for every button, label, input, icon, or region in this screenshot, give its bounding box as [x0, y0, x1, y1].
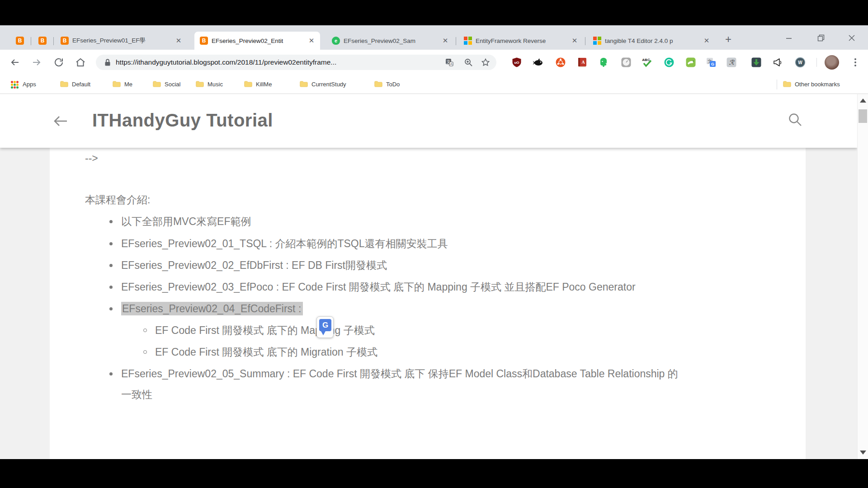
bookmark-folder-me[interactable]: Me [124, 75, 132, 94]
svg-text:G: G [711, 62, 714, 66]
line-text: EF Code First 開發模式 底下的 Migration 子模式 [155, 346, 377, 358]
google-translate-icon[interactable]: 文G [706, 57, 717, 68]
tab-separator [585, 37, 585, 45]
line-text: 以下全部用MVC來寫EF範例 [121, 216, 251, 227]
scrollbar-up-arrow[interactable] [860, 99, 866, 103]
post-line: 本課程會介紹: [85, 192, 150, 207]
tab-close-icon[interactable]: ✕ [307, 37, 316, 45]
reload-button[interactable] [52, 56, 65, 69]
w-circle-icon[interactable]: W [795, 57, 806, 68]
bookmark-folder-music[interactable]: Music [208, 75, 223, 94]
other-bookmarks[interactable]: Other bookmarks [795, 75, 840, 94]
post-bullet: EFseries_Preview02_02_EfDbFirst : EF DB … [121, 258, 387, 272]
sub-bullet-circle [143, 328, 147, 332]
bookmark-folder-social[interactable]: Social [165, 75, 180, 94]
scrollbar-down-arrow[interactable] [860, 450, 866, 455]
lock-icon[interactable] [103, 58, 112, 67]
new-tab-button[interactable]: + [725, 33, 731, 45]
url-text[interactable]: https://ithandyguytutorial.blogspot.com/… [116, 55, 336, 70]
tab-efseries-preview01[interactable]: B EFseries_Preview01_EF學 ✕ [55, 32, 187, 50]
svg-text:ℛ: ℛ [729, 59, 734, 66]
spellcheck-icon[interactable]: ABC [642, 57, 653, 68]
folder-icon [153, 80, 161, 88]
translate-tail [321, 331, 326, 335]
search-icon[interactable] [788, 112, 803, 127]
folder-icon [783, 80, 791, 88]
back-button[interactable] [9, 56, 21, 69]
line-text: EF Code First 開發模式 底下的 Mapping 子模式 [155, 324, 375, 336]
evernote-icon[interactable] [598, 57, 609, 68]
line-text: EFseries_Preview02_01_TSQL : 介紹本範例的TSQL還… [121, 238, 448, 249]
tab-strip: B B B EFseries_Preview01_EF學 ✕ B EFserie… [0, 25, 868, 50]
line-text: 本課程會介紹: [85, 194, 150, 206]
orange-circle-icon[interactable] [555, 57, 566, 68]
bookmark-star-icon[interactable] [481, 58, 490, 67]
tab-efseries-preview02-active[interactable]: B EFseries_Preview02_Entit ✕ [194, 32, 320, 50]
clock-icon[interactable] [621, 57, 632, 68]
bookmark-folder-todo[interactable]: ToDo [386, 75, 400, 94]
translate-page-icon[interactable]: 文A [445, 58, 454, 67]
post-sub-bullet: EF Code First 開發模式 底下的 Mapping 子模式 [155, 323, 375, 338]
page-title: ITHandyGuy Tutorial [92, 110, 273, 131]
tab-close-icon[interactable]: ✕ [703, 37, 711, 45]
tab-title: EFseries_Preview02_Sam [344, 38, 438, 44]
browser-window: B B B EFseries_Preview01_EF學 ✕ B EFserie… [0, 25, 868, 459]
folder-icon [300, 80, 308, 88]
forward-button[interactable] [30, 56, 43, 69]
tab-close-icon[interactable]: ✕ [441, 37, 449, 45]
back-arrow-icon[interactable] [52, 113, 69, 129]
tab-efseries-preview02-sam[interactable]: e EFseries_Preview02_Sam ✕ [326, 32, 454, 50]
sub-bullet-circle [143, 350, 147, 354]
line-text: EFseries_Preview02_02_EfDbFirst : EF DB … [121, 259, 387, 271]
tab-title: EntityFramework Reverse [476, 38, 567, 44]
bullet-dot [109, 372, 113, 375]
translate-popup-button[interactable]: G [316, 316, 334, 338]
blogger-icon: B [61, 37, 69, 45]
bookmark-apps[interactable]: Apps [23, 75, 36, 94]
svg-text:ABC: ABC [642, 58, 650, 62]
megaphone-icon[interactable] [772, 57, 783, 68]
post-bullet: 以下全部用MVC來寫EF範例 [121, 214, 251, 229]
window-close-button[interactable] [843, 32, 861, 44]
google-translate-icon: G [319, 319, 331, 331]
browser-toolbar: https://ithandyguytutorial.blogspot.com/… [0, 50, 868, 75]
window-restore-button[interactable] [812, 32, 830, 44]
tab-close-icon[interactable]: ✕ [175, 37, 183, 45]
svg-text:A: A [450, 62, 453, 66]
tab-separator [456, 37, 456, 45]
tab-title: EFseries_Preview02_Entit [212, 38, 304, 44]
dictionary-book-icon[interactable]: A [577, 57, 588, 68]
profile-avatar[interactable] [825, 55, 839, 70]
window-minimize-button[interactable] [780, 32, 798, 44]
green-card-icon[interactable] [685, 57, 696, 68]
address-bar[interactable]: https://ithandyguytutorial.blogspot.com/… [96, 55, 496, 70]
line-text: --> [85, 152, 98, 164]
bullet-dot [109, 264, 113, 267]
script-r-icon[interactable]: ℛ [726, 57, 737, 68]
blog-header: ITHandyGuy Tutorial [0, 94, 857, 148]
microsoft-icon [464, 37, 472, 45]
pinned-tab-blogger-1[interactable]: B [10, 32, 30, 50]
scrollbar-thumb[interactable] [859, 109, 867, 123]
apps-grid-icon[interactable] [11, 81, 19, 89]
post-bullet-selected: EFseries_Preview02_04_EfCodeFirst : [121, 301, 303, 316]
zoom-page-icon[interactable] [464, 58, 473, 67]
tab-entityframework-reverse[interactable]: EntityFramework Reverse ✕ [458, 32, 583, 50]
ublock-origin-icon[interactable]: uO [511, 57, 522, 68]
tab-tangible-t4-editor[interactable]: tangible T4 Editor 2.4.0 p ✕ [588, 32, 715, 50]
fish-icon[interactable] [533, 57, 543, 68]
home-button[interactable] [74, 56, 87, 69]
tab-close-icon[interactable]: ✕ [571, 37, 579, 45]
bookmark-folder-killme[interactable]: KillMe [256, 75, 272, 94]
grammarly-icon[interactable] [664, 57, 675, 68]
bullet-dot [109, 242, 113, 245]
bullet-dot [109, 286, 113, 289]
download-arrow-icon[interactable] [751, 57, 762, 68]
chrome-menu-icon[interactable] [851, 56, 860, 69]
pinned-tab-blogger-2[interactable]: B [33, 32, 52, 50]
bookmark-folder-default[interactable]: Default [72, 75, 90, 94]
svg-text:W: W [798, 60, 802, 65]
bookmark-folder-currentstudy[interactable]: CurrentStudy [311, 75, 346, 94]
page-scrollbar[interactable] [857, 94, 868, 459]
post-bullet: EFseries_Preview02_01_TSQL : 介紹本範例的TSQL還… [121, 236, 448, 251]
